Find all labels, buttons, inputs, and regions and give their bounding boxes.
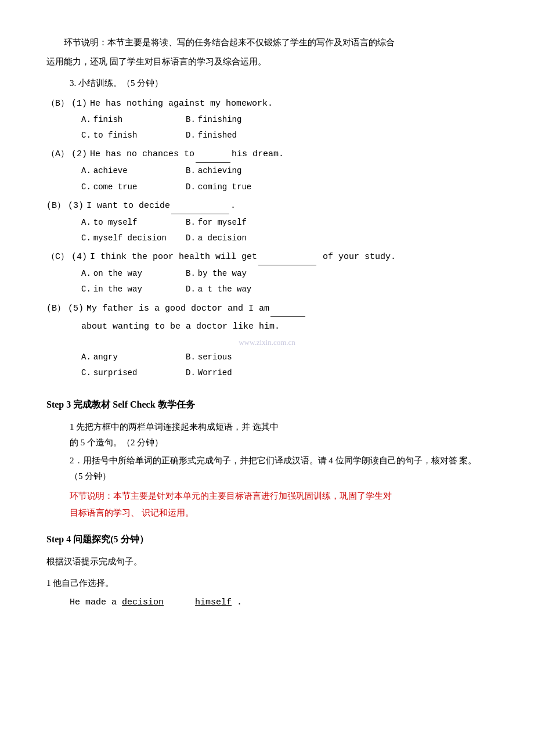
question-4: （C） (4) I think the poor health will get… — [46, 249, 488, 297]
step4-q1-answer: He made a decision himself . — [70, 595, 488, 610]
option-3b: B.for myself — [186, 215, 290, 230]
blank-3 — [171, 198, 229, 214]
option-2d: D.coming true — [186, 180, 290, 195]
option-1b: B.finishing — [186, 113, 290, 127]
step3-note: 环节说明：本节主要是针对本单元的主要目标语言进行加强巩固训练，巩固了学生对 目标… — [70, 488, 488, 521]
option-4c: C.in the way — [81, 282, 186, 297]
question-text-1: He has nothing against my homework. — [90, 96, 488, 111]
question-text-4: I think the poor health will get of your… — [90, 249, 488, 265]
step4-desc: 根据汉语提示完成句子。 — [46, 554, 488, 570]
answer-badge-5: (B） — [46, 301, 66, 316]
intro-text-1: 环节说明：本节主要是将读、写的任务结合起来不仅锻炼了学生的写作及对语言的综合 — [64, 38, 395, 47]
watermark: www.zixin.com.cn — [46, 336, 488, 349]
answer-badge-3: (B） — [46, 198, 66, 214]
question-2: （A） (2) He has no chances to his dream. … — [46, 146, 488, 194]
option-4d: D.a t the way — [186, 282, 290, 297]
step4-title: Step 4 问题探究(5 分钟） — [46, 531, 488, 548]
step3-title: Step 3 完成教材 Self Check 教学任务 — [46, 397, 488, 413]
blank-2 — [196, 146, 230, 163]
answer-badge-2: （A） — [46, 146, 69, 162]
question-text-2: He has no chances to his dream. — [90, 146, 488, 163]
option-3c: C.myself decision — [81, 231, 186, 246]
intro-note-line2: 运用能力，还巩 固了学生对目标语言的学习及综合运用。 — [46, 54, 488, 70]
option-5a: A.angry — [81, 350, 186, 365]
question-1: （B） (1) He has nothing against my homewo… — [46, 96, 488, 143]
step3-task1: 1 先把方框中的两栏单词连接起来构成短语，并 选其中 — [70, 419, 488, 435]
qnum-4: (4) — [71, 249, 88, 265]
answer-word-himself: himself — [195, 597, 232, 607]
qnum-2: (2) — [71, 146, 88, 162]
answer-badge-1: （B） — [46, 96, 69, 111]
qnum-5: (5) — [68, 301, 84, 316]
answer-word-decision: decision — [122, 597, 164, 607]
step4-q1-chinese: 1 他自己作选择。 — [46, 575, 488, 591]
section-title: 3. 小结训练。（5 分钟） — [70, 75, 488, 91]
step3-task1b: 的 5 个造句。（2 分钟） — [70, 435, 488, 451]
option-1a: A.finish — [81, 113, 186, 127]
intro-note-line1: 环节说明：本节主要是将读、写的任务结合起来不仅锻炼了学生的写作及对语言的综合 — [46, 35, 488, 51]
question-5: (B） (5) My father is a good doctor and I… — [46, 301, 488, 381]
option-2b: B.achieving — [186, 164, 290, 178]
option-4b: B.by the way — [186, 267, 290, 281]
answer-badge-4: （C） — [46, 249, 69, 265]
step4-section: Step 4 问题探究(5 分钟） 根据汉语提示完成句子。 1 他自己作选择。 … — [46, 531, 488, 610]
option-1c: C.to finish — [81, 128, 186, 143]
option-5b: B.serious — [186, 350, 290, 365]
option-3a: A.to myself — [81, 215, 186, 230]
qnum-3: (3) — [68, 198, 84, 214]
step3-task2: 2．用括号中所给单词的正确形式完成句子，并把它们译成汉语。请 4 位同学朗读自己… — [70, 453, 488, 484]
option-2a: A.achieve — [81, 164, 186, 178]
option-5c: C.surprised — [81, 366, 186, 380]
option-5d: D.Worried — [186, 366, 290, 380]
option-3d: D.a decision — [186, 231, 290, 246]
question-text-5: My father is a good doctor and I am — [86, 301, 488, 317]
step3-section: Step 3 完成教材 Self Check 教学任务 1 先把方框中的两栏单词… — [46, 397, 488, 521]
question-3: (B） (3) I want to decide . A.to myself B… — [46, 198, 488, 246]
blank-5 — [270, 301, 305, 317]
question-text-3: I want to decide . — [86, 198, 488, 214]
option-2c: C.come true — [81, 180, 186, 195]
intro-text-2: 运用能力，还巩 固了学生对目标语言的学习及综合运用。 — [46, 57, 266, 66]
option-4a: A.on the way — [81, 267, 186, 281]
blank-4 — [258, 249, 316, 265]
qnum-1: (1) — [71, 96, 88, 111]
question-5-line2: about wanting to be a doctor like him. — [81, 318, 488, 334]
option-1d: D.finished — [186, 128, 290, 143]
